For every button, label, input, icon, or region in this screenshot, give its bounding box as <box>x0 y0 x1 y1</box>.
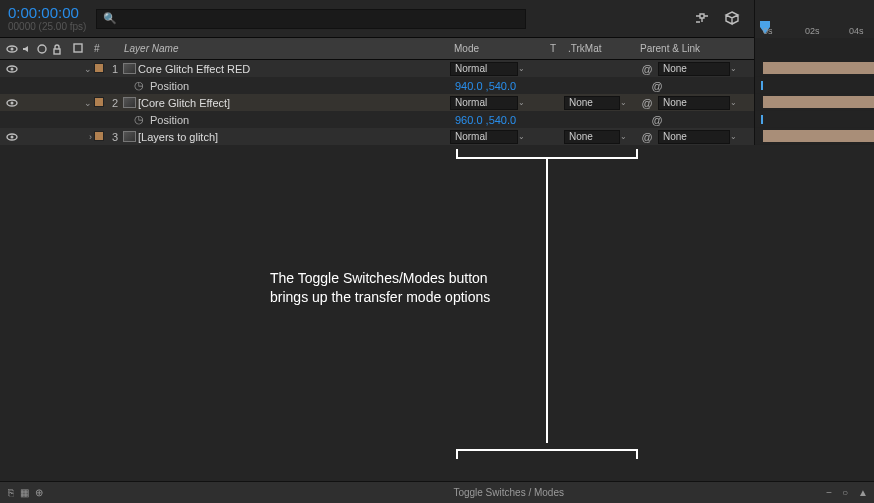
chevron-down-icon[interactable]: ⌄ <box>518 64 534 73</box>
layer-list: ⌄ 1 Core Glitch Effect RED Normal ⌄ @ No… <box>0 60 874 145</box>
zoom-mountain-icon[interactable]: ▲ <box>858 487 868 498</box>
eye-icon[interactable] <box>6 63 18 75</box>
layer-name[interactable]: [Layers to glitch] <box>138 131 450 143</box>
frame-info: 00000 (25.00 fps) <box>8 21 86 32</box>
mode-header: Mode <box>454 43 538 54</box>
property-value[interactable]: 960.0 ,540.0 <box>455 114 516 126</box>
render-queue-icon[interactable]: ⎘ <box>8 487 14 498</box>
layer-row[interactable]: ⌄ 1 Core Glitch Effect RED Normal ⌄ @ No… <box>0 60 874 77</box>
composition-icon <box>123 63 136 74</box>
chevron-down-icon[interactable]: ⌄ <box>730 132 746 141</box>
timecode[interactable]: 0:00:00:00 <box>8 5 86 22</box>
solo-icon <box>36 43 48 55</box>
property-row[interactable]: ◷ Position 960.0 ,540.0 @ <box>0 111 874 128</box>
chevron-down-icon[interactable]: ⌄ <box>620 132 636 141</box>
draft3d-icon[interactable] <box>724 10 740 28</box>
ruler-tick: 04s <box>849 26 864 36</box>
svg-point-5 <box>11 47 14 50</box>
search-input[interactable]: 🔍 <box>96 9 526 29</box>
layer-name[interactable]: [Core Glitch Effect] <box>138 97 450 109</box>
pickwhip-icon[interactable]: @ <box>646 114 668 126</box>
annotation-line1: The Toggle Switches/Modes button <box>270 269 530 288</box>
zoom-out-icon[interactable]: − <box>826 487 832 498</box>
frame-blend-toggle-icon[interactable]: ▦ <box>20 487 29 498</box>
parent-dropdown[interactable]: None <box>658 130 730 144</box>
zoom-slider-handle[interactable]: ○ <box>842 487 848 498</box>
chevron-down-icon[interactable]: ⌄ <box>518 132 534 141</box>
stopwatch-icon[interactable]: ◷ <box>134 79 150 92</box>
pickwhip-icon[interactable]: @ <box>636 63 658 75</box>
timeline-bar <box>755 77 874 94</box>
time-ruler[interactable]: 0s 02s 04s <box>755 0 874 38</box>
composition-icon <box>123 131 136 142</box>
twirl-right-icon[interactable]: › <box>70 132 94 142</box>
parent-dropdown[interactable]: None <box>658 62 730 76</box>
eye-icon <box>6 43 18 55</box>
eye-icon[interactable] <box>6 97 18 109</box>
layer-row[interactable]: › 3 [Layers to glitch] Normal ⌄ None ⌄ @… <box>0 128 874 145</box>
pickwhip-icon[interactable]: @ <box>636 131 658 143</box>
chevron-down-icon[interactable]: ⌄ <box>730 98 746 107</box>
parent-header: Parent & Link <box>640 43 750 54</box>
twirl-down-icon[interactable]: ⌄ <box>70 64 94 74</box>
eye-icon[interactable] <box>6 131 18 143</box>
svg-rect-7 <box>54 49 60 54</box>
timeline-bar <box>755 111 874 128</box>
layer-number: 3 <box>106 131 120 143</box>
stopwatch-icon[interactable]: ◷ <box>134 113 150 126</box>
motion-blur-toggle-icon[interactable]: ⊕ <box>35 487 43 498</box>
timeline-bar[interactable] <box>755 60 874 77</box>
layer-color-swatch[interactable] <box>94 63 104 73</box>
layer-name[interactable]: Core Glitch Effect RED <box>138 63 450 75</box>
parent-dropdown[interactable]: None <box>658 96 730 110</box>
layer-number: 2 <box>106 97 120 109</box>
comp-flowchart-icon[interactable] <box>694 10 710 28</box>
trkmat-dropdown[interactable]: None <box>564 130 620 144</box>
annotation-line <box>546 159 548 443</box>
annotation-line2: brings up the transfer mode options <box>270 288 530 307</box>
chevron-down-icon[interactable]: ⌄ <box>730 64 746 73</box>
trkmat-header: .TrkMat <box>568 43 640 54</box>
property-name: Position <box>150 80 455 92</box>
layer-row[interactable]: ⌄ 2 [Core Glitch Effect] Normal ⌄ None ⌄… <box>0 94 874 111</box>
toggle-switches-button[interactable]: Toggle Switches / Modes <box>453 487 564 498</box>
mode-dropdown[interactable]: Normal <box>450 96 518 110</box>
bracket-icon <box>456 149 638 159</box>
annotation-overlay: The Toggle Switches/Modes button brings … <box>0 145 874 495</box>
speaker-icon <box>21 43 33 55</box>
ruler-tick: 0s <box>763 26 773 36</box>
lock-icon <box>51 43 63 55</box>
layer-color-swatch[interactable] <box>94 131 104 141</box>
layer-color-swatch[interactable] <box>94 97 104 107</box>
number-column-header: # <box>94 43 116 54</box>
svg-point-12 <box>11 101 14 104</box>
ruler-tick: 02s <box>805 26 820 36</box>
svg-rect-8 <box>74 44 82 52</box>
current-time-display[interactable]: 0:00:00:00 00000 (25.00 fps) <box>8 5 86 33</box>
mode-dropdown[interactable]: Normal <box>450 62 518 76</box>
pickwhip-icon[interactable]: @ <box>636 97 658 109</box>
property-row[interactable]: ◷ Position 940.0 ,540.0 @ <box>0 77 874 94</box>
composition-icon <box>123 97 136 108</box>
pickwhip-icon[interactable]: @ <box>646 80 668 92</box>
search-icon: 🔍 <box>103 12 117 25</box>
svg-point-6 <box>38 45 46 53</box>
svg-point-14 <box>11 135 14 138</box>
layer-number: 1 <box>106 63 120 75</box>
layer-name-header: Layer Name <box>124 43 454 54</box>
mode-dropdown[interactable]: Normal <box>450 130 518 144</box>
timeline-bar[interactable] <box>755 128 874 145</box>
bracket-icon <box>456 449 638 459</box>
timeline-bar[interactable] <box>755 94 874 111</box>
property-name: Position <box>150 114 455 126</box>
chevron-down-icon[interactable]: ⌄ <box>620 98 636 107</box>
column-headers: # Layer Name Mode T .TrkMat Parent & Lin… <box>0 38 874 60</box>
annotation-text: The Toggle Switches/Modes button brings … <box>270 269 530 307</box>
property-value[interactable]: 940.0 ,540.0 <box>455 80 516 92</box>
label-column-icon[interactable] <box>70 42 94 56</box>
twirl-down-icon[interactable]: ⌄ <box>70 98 94 108</box>
svg-point-10 <box>11 67 14 70</box>
trkmat-dropdown[interactable]: None <box>564 96 620 110</box>
t-header: T <box>538 43 568 54</box>
chevron-down-icon[interactable]: ⌄ <box>518 98 534 107</box>
